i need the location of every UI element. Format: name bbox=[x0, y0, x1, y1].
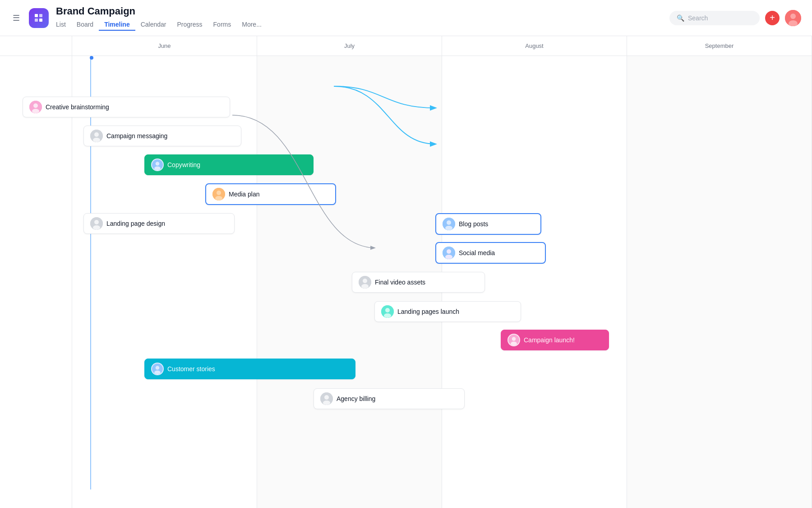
grid-col-june bbox=[72, 56, 257, 508]
tab-forms[interactable]: Forms bbox=[208, 19, 237, 31]
task-label: Campaign messaging bbox=[106, 132, 167, 140]
svg-rect-2 bbox=[39, 14, 42, 17]
nav-tabs: List Board Timeline Calendar Progress Fo… bbox=[56, 19, 662, 31]
task-label: Agency billing bbox=[337, 395, 375, 402]
svg-point-32 bbox=[385, 308, 390, 312]
task-avatar bbox=[381, 305, 394, 318]
task-copywriting[interactable]: Copywriting bbox=[144, 154, 314, 175]
svg-point-35 bbox=[512, 337, 516, 341]
add-button[interactable]: + bbox=[765, 11, 780, 25]
svg-point-38 bbox=[156, 366, 160, 370]
task-blog-posts[interactable]: Blog posts bbox=[435, 213, 541, 235]
task-label: Final video assets bbox=[375, 279, 425, 286]
svg-rect-0 bbox=[35, 14, 38, 17]
task-landing-pages-launch[interactable]: Landing pages launch bbox=[374, 301, 521, 322]
svg-point-21 bbox=[93, 225, 100, 230]
svg-point-41 bbox=[324, 395, 329, 400]
svg-point-24 bbox=[445, 226, 452, 230]
task-label: Campaign launch! bbox=[524, 336, 575, 344]
svg-point-5 bbox=[790, 14, 796, 19]
tab-board[interactable]: Board bbox=[71, 19, 99, 31]
svg-point-8 bbox=[33, 103, 38, 108]
task-campaign-launch[interactable]: Campaign launch! bbox=[501, 330, 609, 350]
header-title-area: Brand Campaign List Board Timeline Calen… bbox=[56, 5, 662, 31]
task-avatar bbox=[320, 392, 333, 405]
task-creative-brainstorming[interactable]: Creative brainstorming bbox=[23, 97, 230, 117]
search-label: Search bbox=[688, 14, 708, 22]
tab-list[interactable]: List bbox=[56, 19, 71, 31]
task-agency-billing[interactable]: Agency billing bbox=[314, 388, 465, 409]
tab-calendar[interactable]: Calendar bbox=[135, 19, 172, 31]
tab-more[interactable]: More... bbox=[236, 19, 267, 31]
svg-point-30 bbox=[361, 284, 369, 289]
grid-spacer bbox=[0, 56, 72, 508]
svg-point-23 bbox=[447, 220, 451, 225]
task-avatar bbox=[443, 218, 455, 230]
task-avatar bbox=[90, 217, 103, 230]
task-avatar bbox=[151, 158, 164, 171]
svg-point-14 bbox=[156, 162, 160, 166]
task-label: Copywriting bbox=[167, 161, 200, 168]
svg-point-11 bbox=[94, 132, 99, 137]
header: ☰ Brand Campaign List Board Timeline Cal… bbox=[0, 0, 812, 36]
task-customer-stories[interactable]: Customer stories bbox=[144, 359, 355, 379]
task-media-plan[interactable]: Media plan bbox=[205, 183, 336, 205]
grid-col-september bbox=[627, 56, 812, 508]
task-landing-page-design[interactable]: Landing page design bbox=[83, 213, 235, 234]
task-label: Customer stories bbox=[167, 365, 215, 373]
svg-point-42 bbox=[323, 401, 330, 405]
svg-point-15 bbox=[154, 166, 161, 170]
svg-point-12 bbox=[93, 138, 100, 142]
svg-point-39 bbox=[154, 370, 161, 374]
task-avatar bbox=[359, 276, 371, 289]
current-date-line bbox=[90, 56, 91, 489]
task-social-media[interactable]: Social media bbox=[435, 242, 546, 264]
task-campaign-messaging[interactable]: Campaign messaging bbox=[83, 126, 241, 146]
user-avatar[interactable] bbox=[785, 10, 801, 26]
month-june: June bbox=[72, 36, 257, 56]
month-august: August bbox=[442, 36, 627, 56]
month-headers: June July August September bbox=[0, 36, 812, 56]
tab-timeline[interactable]: Timeline bbox=[99, 19, 135, 31]
tab-progress[interactable]: Progress bbox=[172, 19, 208, 31]
header-right: 🔍 Search + bbox=[669, 10, 801, 26]
hamburger-menu-button[interactable]: ☰ bbox=[11, 11, 22, 25]
timeline-container: June July August September bbox=[0, 36, 812, 508]
task-label: Landing page design bbox=[106, 220, 165, 227]
task-avatar bbox=[508, 334, 520, 346]
task-label: Social media bbox=[459, 249, 495, 256]
current-date-dot bbox=[90, 56, 93, 60]
svg-rect-1 bbox=[35, 19, 38, 22]
svg-point-27 bbox=[445, 255, 452, 259]
svg-point-18 bbox=[215, 196, 222, 200]
svg-point-20 bbox=[94, 220, 99, 224]
svg-point-29 bbox=[363, 279, 367, 283]
task-avatar bbox=[443, 247, 455, 259]
svg-point-17 bbox=[217, 191, 221, 195]
search-icon: 🔍 bbox=[677, 14, 684, 22]
task-avatar bbox=[151, 363, 164, 375]
svg-point-9 bbox=[32, 109, 39, 113]
task-avatar bbox=[212, 188, 225, 200]
svg-point-36 bbox=[511, 341, 517, 345]
svg-point-33 bbox=[384, 313, 391, 318]
task-label: Blog posts bbox=[459, 220, 488, 228]
app-icon bbox=[29, 8, 49, 28]
svg-point-26 bbox=[447, 249, 451, 254]
page-title: Brand Campaign bbox=[56, 5, 662, 17]
task-label: Creative brainstorming bbox=[46, 103, 109, 111]
search-box[interactable]: 🔍 Search bbox=[669, 11, 760, 25]
month-september: September bbox=[627, 36, 812, 56]
task-avatar bbox=[90, 130, 103, 142]
task-label: Media plan bbox=[229, 191, 260, 198]
task-label: Landing pages launch bbox=[397, 308, 459, 315]
task-avatar bbox=[29, 101, 42, 113]
svg-rect-3 bbox=[39, 19, 42, 22]
month-spacer bbox=[0, 36, 72, 56]
month-july: July bbox=[257, 36, 442, 56]
task-final-video-assets[interactable]: Final video assets bbox=[352, 272, 485, 293]
